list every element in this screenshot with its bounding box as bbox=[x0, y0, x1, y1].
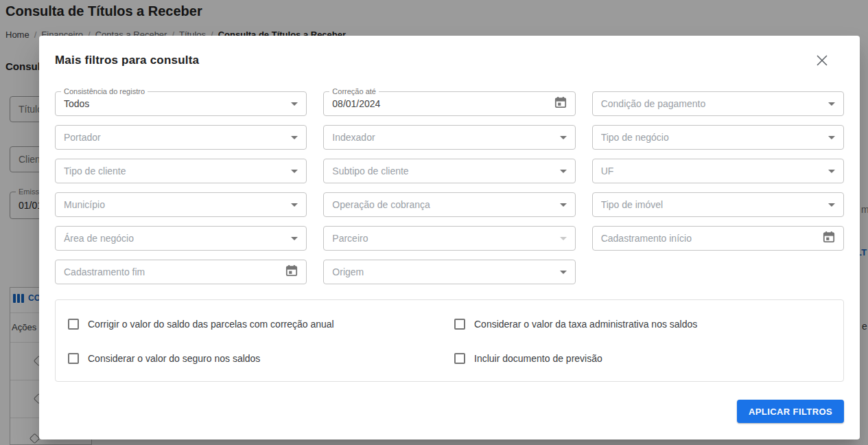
chevron-down-icon bbox=[560, 271, 567, 274]
chevron-down-icon bbox=[828, 136, 835, 139]
filter-field-area-de-negocio[interactable]: Área de negócio bbox=[55, 226, 307, 251]
filter-field-cadastramento-inicio[interactable]: Cadastramento início bbox=[592, 226, 844, 251]
field-value: 08/01/2024 bbox=[332, 98, 548, 109]
field-value: Cadastramento início bbox=[601, 233, 817, 244]
field-label: Consistência do registro bbox=[61, 87, 148, 96]
filter-field-parceiro[interactable]: Parceiro bbox=[323, 226, 575, 251]
chevron-down-icon bbox=[291, 136, 298, 139]
field-value: Condição de pagamento bbox=[601, 98, 823, 109]
filter-field-uf[interactable]: UF bbox=[592, 159, 844, 183]
field-value: Tipo de cliente bbox=[64, 166, 285, 176]
chevron-down-icon bbox=[560, 170, 567, 173]
field-value: Tipo de imóvel bbox=[601, 199, 823, 210]
filter-field-origem[interactable]: Origem bbox=[323, 260, 575, 284]
field-value: Cadastramento fim bbox=[64, 266, 280, 277]
field-value: Operação de cobrança bbox=[332, 199, 554, 210]
checkbox[interactable] bbox=[68, 353, 79, 364]
checkbox-label: Considerar o valor da taxa administrativ… bbox=[474, 319, 697, 330]
chevron-down-icon bbox=[828, 102, 835, 106]
field-value: Município bbox=[64, 199, 285, 210]
checkbox-item[interactable]: Considerar o valor do seguro nos saldos bbox=[68, 353, 454, 364]
checkbox-label: Incluir documento de previsão bbox=[474, 353, 602, 364]
checkbox[interactable] bbox=[68, 319, 79, 330]
chevron-down-icon bbox=[291, 170, 298, 173]
close-icon[interactable] bbox=[814, 52, 830, 69]
checkbox-item[interactable]: Incluir documento de previsão bbox=[454, 353, 843, 364]
dialog-title: Mais filtros para consulta bbox=[55, 54, 199, 67]
filter-field-tipo-de-cliente[interactable]: Tipo de cliente bbox=[55, 159, 307, 183]
filter-field-condicao-de-pagamento[interactable]: Condição de pagamento bbox=[592, 91, 844, 116]
field-value: Todos bbox=[64, 98, 285, 109]
field-value: Indexador bbox=[332, 132, 554, 143]
filter-field-tipo-de-imovel[interactable]: Tipo de imóvel bbox=[592, 192, 844, 217]
field-value: UF bbox=[601, 166, 823, 176]
options-panel: Corrigir o valor do saldo das parcelas c… bbox=[55, 299, 844, 382]
filter-field-indexador[interactable]: Indexador bbox=[323, 125, 575, 150]
filter-field-tipo-de-negocio[interactable]: Tipo de negócio bbox=[592, 125, 844, 150]
filter-field-subtipo-de-cliente[interactable]: Subtipo de cliente bbox=[323, 159, 575, 183]
calendar-icon[interactable] bbox=[823, 231, 835, 246]
chevron-down-icon bbox=[828, 203, 835, 207]
checkbox[interactable] bbox=[454, 353, 465, 364]
chevron-down-icon bbox=[560, 237, 567, 240]
checkbox[interactable] bbox=[454, 319, 465, 330]
chevron-down-icon bbox=[291, 203, 298, 207]
filter-field-cadastramento-fim[interactable]: Cadastramento fim bbox=[55, 260, 307, 284]
calendar-icon[interactable] bbox=[554, 96, 567, 111]
calendar-icon[interactable] bbox=[285, 264, 298, 279]
filter-field-consistencia-do-registro[interactable]: Consistência do registro Todos bbox=[55, 91, 307, 116]
checkbox-label: Corrigir o valor do saldo das parcelas c… bbox=[88, 319, 334, 330]
filter-field-portador[interactable]: Portador bbox=[55, 125, 307, 150]
chevron-down-icon bbox=[291, 237, 298, 240]
field-value: Origem bbox=[332, 266, 554, 277]
field-value: Área de negócio bbox=[64, 233, 285, 244]
checkbox-item[interactable]: Corrigir o valor do saldo das parcelas c… bbox=[68, 319, 454, 330]
field-label: Correção até bbox=[329, 87, 379, 96]
field-value: Parceiro bbox=[332, 233, 554, 244]
apply-filters-button[interactable]: APLICAR FILTROS bbox=[737, 400, 844, 423]
chevron-down-icon bbox=[291, 102, 298, 106]
field-value: Subtipo de cliente bbox=[332, 166, 554, 176]
checkbox-item[interactable]: Considerar o valor da taxa administrativ… bbox=[454, 319, 843, 330]
more-filters-dialog: Mais filtros para consulta Consistência … bbox=[39, 36, 860, 440]
field-value: Tipo de negócio bbox=[601, 132, 823, 143]
chevron-down-icon bbox=[560, 136, 567, 139]
chevron-down-icon bbox=[828, 170, 835, 173]
filter-field-correcao-ate[interactable]: Correção até 08/01/2024 bbox=[323, 91, 575, 116]
filter-field-municipio[interactable]: Município bbox=[55, 192, 307, 217]
filters-grid: Consistência do registro Todos Correção … bbox=[55, 91, 844, 284]
chevron-down-icon bbox=[560, 203, 567, 207]
field-value: Portador bbox=[64, 132, 285, 143]
filter-field-operacao-de-cobranca[interactable]: Operação de cobrança bbox=[323, 192, 575, 217]
checkbox-label: Considerar o valor do seguro nos saldos bbox=[88, 353, 260, 364]
